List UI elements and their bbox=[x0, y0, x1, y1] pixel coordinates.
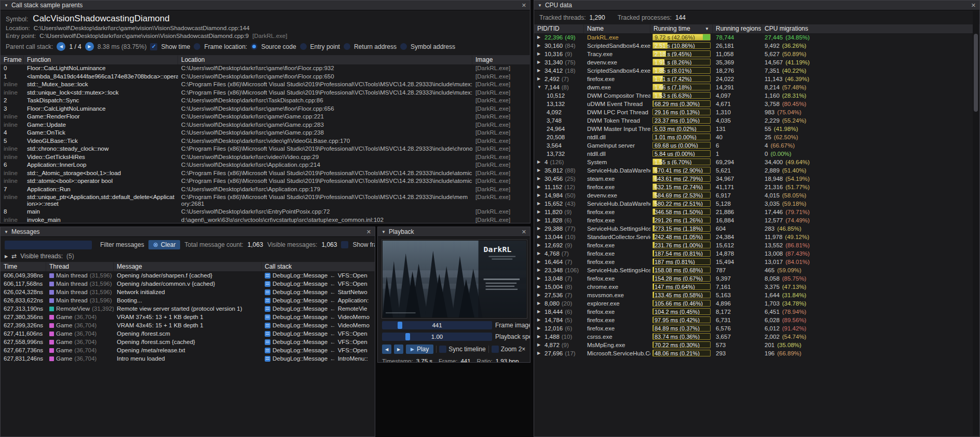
callstack-row[interactable]: inlinestd::atomic<bool>::operator boolC:… bbox=[1, 177, 530, 186]
callstack-row[interactable]: inlineinvoke_maind:\agent\_work\63\s\src… bbox=[1, 216, 530, 224]
cpu-row[interactable]: 3,748DWM Token Thread23.37 ms (0.10%)4,0… bbox=[534, 116, 979, 125]
callstack-icon[interactable] bbox=[265, 298, 270, 303]
callstack-row[interactable]: inlineGame::UpdateC:\Users\wolf\Desktop\… bbox=[1, 121, 530, 129]
frame-location-radio[interactable] bbox=[194, 43, 200, 50]
callstack-icon[interactable] bbox=[265, 356, 270, 362]
expand-icon[interactable]: ▶ bbox=[537, 200, 542, 208]
cpu-row[interactable]: ▶15,004(8)chrome.exe147 ms (0.64%)7,1613… bbox=[534, 283, 979, 291]
cpu-row[interactable]: ▶30,456(25)steam.exe643.61 ms (2.79%)34,… bbox=[534, 175, 979, 183]
callstack-icon[interactable] bbox=[265, 273, 270, 279]
expand-icon[interactable]: ▶ bbox=[537, 75, 542, 83]
collapse-icon[interactable]: ▼ bbox=[4, 3, 8, 8]
cpu-row[interactable]: ▶18,444(6)firefox.exe104.2 ms (0.45%)8,1… bbox=[534, 308, 979, 316]
message-row[interactable]: 627,831,246nsGame(36,704)Intro menu load… bbox=[1, 354, 375, 363]
cpu-row[interactable]: ▶30,160(84)ScriptedSandbox64.exe2.51 s (… bbox=[534, 42, 979, 50]
cpu-row[interactable]: 4,092DWM LPC Port Thread29.16 ms (0.13%)… bbox=[534, 108, 979, 116]
step-forward-button[interactable]: ▶ bbox=[394, 345, 403, 354]
collapse-icon[interactable]: ▼ bbox=[538, 3, 542, 8]
callstack-row[interactable]: inlineGame::RenderFloorC:\Users\wolf\Des… bbox=[1, 113, 530, 121]
callstack-row[interactable]: 2TaskDispatch::SyncC:\Users\wolf\Desktop… bbox=[1, 97, 530, 105]
callstack-row[interactable]: inlinestd::_Atomic_storage<bool,1>::load… bbox=[1, 169, 530, 178]
cpu-row[interactable]: ▶13,048(7)firefox.exe154.28 ms (0.67%)9,… bbox=[534, 274, 979, 283]
callstack-icon[interactable] bbox=[265, 331, 270, 337]
expand-icon[interactable]: ▶ bbox=[537, 50, 542, 58]
expand-icon[interactable]: ▶ bbox=[537, 33, 542, 42]
radio-symbol-address[interactable] bbox=[400, 43, 407, 50]
expand-icon[interactable]: ▶ bbox=[537, 349, 542, 357]
cpu-row[interactable]: 10,512DWM Compositor Thread1.53 s (6.63%… bbox=[534, 91, 979, 100]
close-icon[interactable]: ✕ bbox=[366, 229, 371, 235]
message-row[interactable]: 606,117,568nsMain thread(31,596)Opening … bbox=[1, 280, 375, 288]
zoom-2x-checkbox[interactable] bbox=[492, 346, 499, 353]
col-cpu-migrations[interactable]: CPU migrations bbox=[761, 24, 979, 33]
expand-icon[interactable]: ▶ bbox=[537, 224, 542, 233]
callstack-row[interactable]: 1<lambda_84a19dc444fae966ca174e83e708bdc… bbox=[1, 73, 530, 81]
cpu-row[interactable]: 13,132uDWM Event Thread68.29 ms (0.30%)4… bbox=[534, 100, 979, 108]
cpu-row[interactable]: ▶12,692(9)firefox.exe231.76 ms (1.00%)15… bbox=[534, 241, 979, 249]
cpu-row[interactable]: ▶13,044(10)StandardCollector.Servic242.4… bbox=[534, 233, 979, 241]
cpu-scrollbar[interactable] bbox=[973, 11, 979, 435]
expand-icon[interactable]: ▶ bbox=[537, 249, 542, 258]
cpu-scrollbar-thumb[interactable] bbox=[974, 34, 978, 112]
close-icon[interactable]: ✕ bbox=[522, 229, 526, 235]
callstack-row[interactable]: 6Application::InnerLoopC:\Users\wolf\Des… bbox=[1, 161, 530, 169]
expand-icon[interactable]: ▶ bbox=[537, 175, 542, 183]
callstack-icon[interactable] bbox=[265, 314, 270, 320]
expand-icon[interactable]: ▶ bbox=[537, 299, 542, 308]
play-button[interactable]: ▶Play bbox=[406, 345, 433, 354]
callstack-row[interactable]: inlineVideo::GetTicksHiResC:\Users\wolf\… bbox=[1, 153, 530, 162]
expand-icon[interactable]: ▶ bbox=[537, 324, 542, 333]
cpu-row[interactable]: ▶11,820(9)firefox.exe346.58 ms (1.50%)21… bbox=[534, 208, 979, 216]
callstack-row[interactable]: inlinestd::unique_lock<std::mutex>::lock… bbox=[1, 89, 530, 97]
message-filter-input[interactable] bbox=[5, 241, 92, 249]
sync-timeline-checkbox[interactable] bbox=[439, 346, 446, 353]
callstack-icon[interactable] bbox=[265, 339, 270, 345]
callstack-row[interactable]: inlinestd::unique_ptr<Application,std::d… bbox=[1, 193, 530, 208]
playback-titlebar[interactable]: ▼ Playback ✕ bbox=[378, 227, 530, 237]
cpu-row[interactable]: ▶2,492(7)firefox.exe1.71 s (7.42%)24,022… bbox=[534, 75, 979, 83]
col-pid-tid[interactable]: PID/TID bbox=[534, 24, 584, 33]
expand-icon[interactable]: ▶ bbox=[537, 191, 542, 200]
radio-entry-point[interactable] bbox=[300, 43, 307, 50]
callstack-icon[interactable] bbox=[265, 281, 270, 287]
callstack-row[interactable]: 0Floor::CalcLightNoLuminanceC:\Users\wol… bbox=[1, 64, 530, 73]
cpu-row[interactable]: ▶27,696(17)Microsoft.ServiceHub.Co48.06 … bbox=[534, 349, 979, 357]
cpu-row[interactable]: ▶4,768(7)firefox.exe187.54 ms (0.81%)14,… bbox=[534, 249, 979, 258]
next-parent-button[interactable]: ▶ bbox=[85, 42, 94, 51]
message-row[interactable]: 627,313,190nsRemoteView(31,392)Remote vi… bbox=[1, 304, 375, 313]
expand-icon[interactable]: ▶ bbox=[537, 42, 542, 50]
callstack-row[interactable]: inlinestd::_Mutex_base::lockC:\Program F… bbox=[1, 81, 530, 89]
messages-titlebar[interactable]: ▼ Messages ✕ bbox=[1, 227, 375, 237]
callstack-row[interactable]: inlinestd::chrono::steady_clock::nowC:\P… bbox=[1, 145, 530, 153]
swap-threads-icon[interactable]: ⇄ bbox=[11, 253, 17, 260]
show-time-checkbox[interactable]: ✓ bbox=[150, 43, 157, 50]
expand-icon[interactable]: ▶ bbox=[537, 274, 542, 283]
cpu-row[interactable]: ▶4(126)System1.55 s (6.70%)69,29434,400(… bbox=[534, 158, 979, 166]
cpu-row[interactable]: ▶14,784(5)firefox.exe97.95 ms (0.42%)6,7… bbox=[534, 316, 979, 324]
expand-icon[interactable]: ▶ bbox=[537, 258, 542, 266]
expand-icon[interactable]: ▶ bbox=[537, 58, 542, 67]
cpu-row[interactable]: ▶11,152(12)firefox.exe632.15 ms (2.74%)4… bbox=[534, 183, 979, 191]
col-name[interactable]: Name bbox=[584, 24, 650, 33]
cpu-row[interactable]: ▶11,828(6)firefox.exe291.26 ms (1.26%)16… bbox=[534, 216, 979, 224]
cpu-row[interactable]: ▶1,488(10)csrss.exe83.74 ms (0.36%)3,657… bbox=[534, 333, 979, 341]
cpu-row[interactable]: ▶16,464(7)firefox.exe187 ms (0.81%)15,49… bbox=[534, 258, 979, 266]
col-running-time[interactable]: Running time▼ bbox=[650, 24, 713, 33]
message-row[interactable]: 627,667,736nsGame(36,704)Opening /meta/r… bbox=[1, 346, 375, 354]
collapse-icon[interactable]: ▼ bbox=[382, 230, 386, 234]
callstack-icon[interactable] bbox=[265, 306, 270, 312]
show-frame-checkbox[interactable] bbox=[341, 241, 348, 248]
collapse-icon[interactable]: ▼ bbox=[537, 83, 542, 91]
close-icon[interactable]: ✕ bbox=[522, 2, 526, 9]
cpu-row[interactable]: 3,564GameInput server69.68 us (0.00%)64(… bbox=[534, 141, 979, 150]
cpu-row[interactable]: ▶4,872(9)MsMpEng.exe70.22 ms (0.30%)5732… bbox=[534, 341, 979, 349]
cpu-row[interactable]: ▶35,812(88)ServiceHub.DataWarehou670.41 … bbox=[534, 166, 979, 175]
expand-icon[interactable]: ▶ bbox=[537, 183, 542, 191]
cpu-row[interactable]: ▶34,412(18)ScriptedSandbox64.exe1.85 s (… bbox=[534, 67, 979, 75]
cpu-row[interactable]: 20,508ntdll.dll1.01 ms (0.00%)4025(62.50… bbox=[534, 133, 979, 141]
expand-icon[interactable]: ▶ bbox=[537, 166, 542, 175]
clear-filter-button[interactable]: ⊗Clear bbox=[148, 240, 181, 249]
callstack-row[interactable]: 7Application::RunC:\Users\wolf\Desktop\d… bbox=[1, 186, 530, 194]
step-back-button[interactable]: ◀ bbox=[382, 345, 391, 354]
radio-return-address[interactable] bbox=[344, 43, 350, 50]
